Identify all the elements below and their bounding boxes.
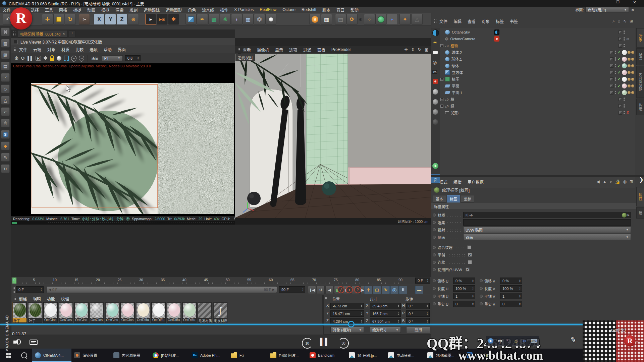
am-forward-icon[interactable]: ▲	[603, 179, 607, 184]
lv-settings-gear-icon[interactable]: ✱	[43, 55, 48, 61]
live-viewer-titlebar[interactable]: Live Viewer 3.07-R2 中国C4D联盟中文汉化版	[11, 38, 235, 46]
am-menu-userdata[interactable]: 用户数据	[468, 179, 484, 185]
mat-menu-create[interactable]: 创建	[19, 296, 27, 301]
side-tab-takes[interactable]: 场次	[636, 48, 644, 65]
taskbar-item-chrome[interactable]: [R站阿波...	[150, 349, 189, 362]
repeat-u-field[interactable]: 0	[453, 301, 475, 307]
octane-texture1-icon[interactable]	[433, 89, 438, 95]
model-mode-icon[interactable]: ▧	[1, 39, 10, 48]
qq-avatar-icon[interactable]: ☻	[488, 338, 493, 344]
tree-row-sphere1[interactable]: 球体.1 ✓	[440, 56, 635, 62]
selection-field[interactable]	[463, 219, 631, 226]
taskbar-item-folder-f[interactable]: F:\	[228, 349, 268, 362]
material-swatch-glass[interactable]: OctGlos	[90, 302, 104, 323]
lv-menu-help[interactable]: 帮助	[104, 47, 112, 52]
video-progress-handle[interactable]	[348, 321, 355, 327]
workplane-mode-icon[interactable]: ⌐	[1, 107, 10, 116]
qq-emoji-icon[interactable]: ☺	[514, 339, 518, 344]
om-menu-file[interactable]: 文件	[439, 18, 447, 24]
menu-xparticles[interactable]: X-Particles	[234, 7, 254, 12]
rotation-p-field[interactable]: 0 °	[406, 310, 430, 317]
tree-row-sphere2[interactable]: 球体.2 ✓	[440, 49, 635, 56]
maximize-button[interactable]: ❐	[610, 0, 626, 7]
lv-render-area[interactable]	[11, 68, 235, 216]
am-back-icon[interactable]: ◀	[597, 179, 600, 184]
octane-texture3-icon[interactable]	[433, 109, 438, 115]
om-menu-bookmarks[interactable]: 书签	[510, 18, 518, 24]
close-button[interactable]: ✕	[628, 0, 641, 7]
tab-coordinates[interactable]: 坐标	[461, 195, 474, 202]
pla-key-toggle[interactable]: ⠿	[399, 286, 407, 294]
tree-row-cube[interactable]: 立方体 ✓	[440, 69, 635, 76]
tag-properties-section[interactable]: 标签属性	[431, 203, 644, 209]
minimize-button[interactable]: –	[592, 0, 607, 7]
octanesky-tag-icon[interactable]	[494, 29, 499, 35]
octanecamera-tag-icon[interactable]	[494, 36, 499, 42]
mat-menu-texture[interactable]: 纹理	[61, 296, 69, 301]
tab-basic[interactable]: 基本	[433, 195, 446, 202]
make-editable-icon[interactable]: ⌘	[1, 27, 10, 36]
octane-convert-icon[interactable]: ⟳	[346, 14, 358, 25]
uv-mode-icon[interactable]: ▤	[1, 62, 10, 70]
material-swatch-hair[interactable]: ʃ 毛发材质	[213, 302, 227, 323]
vp-pan-icon[interactable]: ✢	[404, 47, 408, 52]
am-search-icon[interactable]: ⌕	[610, 179, 612, 184]
floor-environment-icon[interactable]: ▦	[243, 14, 254, 25]
vp-menu-view[interactable]: 查看	[243, 47, 251, 53]
lv-region-render-icon[interactable]	[64, 56, 69, 61]
seamless-checkbox[interactable]	[468, 260, 472, 264]
lv-menu-cloud[interactable]: 云端	[33, 47, 41, 52]
tab-close-icon[interactable]: ✕	[62, 32, 65, 36]
taskbar-item-photoshop[interactable]: Ps Adobe Ph...	[189, 349, 228, 362]
frame-range-slider[interactable]: ◀ 0 F 90 F ▶	[46, 286, 277, 293]
material-swatch[interactable]: 叶子	[28, 302, 42, 323]
deformer-icon[interactable]: ◗	[231, 14, 242, 25]
viewport-label[interactable]: 透视视图	[235, 54, 255, 61]
user-icon[interactable]: ☻	[631, 8, 635, 12]
qq-keyboard-icon[interactable]: ⌨	[531, 339, 537, 344]
spline-pen-icon[interactable]: ✒	[197, 14, 208, 25]
tree-row-extrude[interactable]: + 挤压 ✓	[440, 76, 635, 82]
move-tool-icon[interactable]: ✢	[42, 14, 53, 25]
taskbar-item-image2[interactable]: 电动牙刷...	[385, 349, 425, 362]
am-newwin-icon[interactable]: ⊞	[630, 179, 633, 184]
menu-render[interactable]: 渲染	[115, 7, 123, 13]
menu-animate[interactable]: 动画	[87, 7, 95, 13]
octane-texture4-icon[interactable]	[433, 119, 438, 125]
tile-checkbox[interactable]	[468, 253, 472, 257]
octane-targetlight-icon[interactable]: ◎	[433, 60, 437, 65]
magnet-tool-icon[interactable]: ∪	[1, 164, 10, 173]
om-search-icon[interactable]: ⌕	[612, 19, 615, 23]
menu-octane[interactable]: Octane	[282, 7, 296, 12]
gravity-object-icon[interactable]: ●↓	[387, 14, 398, 25]
snap-icon[interactable]: S	[1, 130, 10, 139]
tree-row-plane[interactable]: 平面 ✓	[440, 82, 635, 89]
prev-key-button[interactable]: ↺	[317, 286, 325, 294]
vp-menu-filter[interactable]: 过滤	[303, 47, 311, 53]
render-view-icon[interactable]: ▶	[145, 14, 156, 25]
lv-menu-options[interactable]: 选项	[90, 47, 98, 52]
material-swatch[interactable]: OctDiffu	[182, 302, 197, 323]
render-picture-viewer-icon[interactable]: ▶▣	[157, 14, 168, 25]
am-lock-icon[interactable]: 🔏	[615, 179, 620, 184]
octane-sphere-icon[interactable]	[375, 14, 386, 25]
lv-menu-objects[interactable]: 对象	[47, 47, 55, 52]
polygon-mode-icon[interactable]: △	[1, 96, 10, 105]
om-addview-icon[interactable]: ⊞	[630, 19, 633, 23]
scale-key-toggle[interactable]: ▢	[373, 286, 381, 294]
octane-liveviewer-icon[interactable]: ▦	[321, 14, 332, 25]
vp-menu-prorender[interactable]: ProRender	[331, 47, 351, 52]
octane-texture2-icon[interactable]	[433, 99, 438, 105]
side-tab-content-browser[interactable]: 内容浏览器	[636, 66, 644, 98]
pause-button[interactable]: ▌▌	[320, 338, 329, 346]
scale-tool-icon[interactable]	[53, 14, 64, 25]
om-menu-edit[interactable]: 编辑	[453, 18, 462, 24]
side-tab-structure[interactable]: 构造	[636, 99, 644, 115]
menu-plugins[interactable]: 插件	[220, 7, 228, 13]
menu-help[interactable]: 帮助	[351, 7, 359, 13]
material-swatch-selected[interactable]: 叶子	[12, 302, 27, 323]
position-key-toggle[interactable]: ✢	[364, 286, 372, 294]
material-swatch-hair[interactable]: 毛发材质	[198, 302, 212, 323]
lv-material-picker-icon[interactable]: M	[77, 54, 85, 62]
material-swatch[interactable]: OctDiffu	[136, 302, 150, 323]
